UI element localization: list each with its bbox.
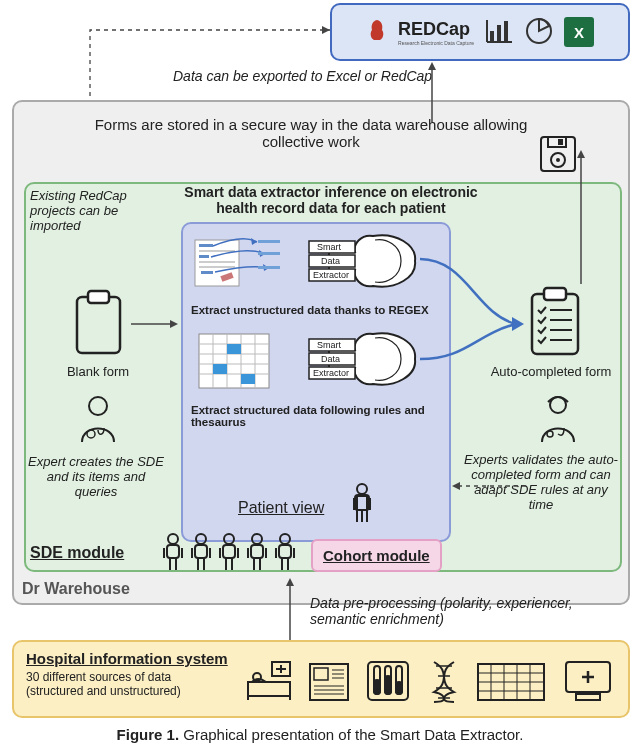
test-tubes-icon (364, 658, 412, 707)
dna-icon (424, 658, 464, 707)
his-box: Hospital information system 30 different… (12, 640, 630, 718)
grid-icon (476, 662, 546, 705)
hospital-bed-icon (244, 660, 294, 707)
svg-rect-100 (314, 668, 328, 680)
svg-rect-113 (396, 682, 402, 694)
figure-caption: Figure 1. Graphical presentation of the … (0, 726, 640, 743)
svg-rect-109 (374, 680, 380, 694)
newspaper-icon (306, 660, 352, 707)
figure-number: Figure 1. (117, 726, 180, 743)
monitor-plus-icon (562, 658, 614, 707)
his-subtitle: 30 different sources of data (structured… (26, 670, 226, 698)
figure-text: Graphical presentation of the Smart Data… (179, 726, 523, 743)
svg-rect-99 (310, 664, 348, 700)
svg-marker-96 (286, 578, 294, 586)
svg-rect-127 (576, 694, 600, 700)
arrow-his-up (0, 0, 640, 700)
svg-rect-111 (385, 676, 391, 694)
